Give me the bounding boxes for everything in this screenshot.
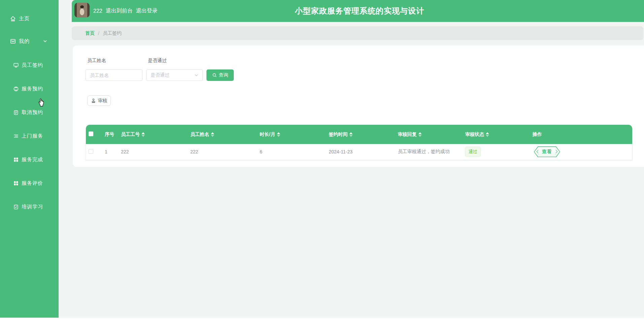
sidebar-item-service-review[interactable]: 服务评价 [0,178,59,188]
status-badge: 通过 [465,147,481,157]
sidebar-item-service-done[interactable]: 服务完成 [0,154,59,165]
column-header-emp-id[interactable]: 员工工号 [118,125,187,144]
page-title: 小型家政服务管理系统的实现与设计 [295,0,424,22]
cell-emp-id: 222 [118,144,187,160]
breadcrumb-separator: / [98,31,99,36]
sort-carets-icon[interactable] [349,132,353,137]
column-header-reply[interactable]: 审核回复 [394,125,462,144]
sort-carets-icon[interactable] [277,132,280,137]
bottom-scrollbar-track[interactable] [0,318,644,319]
sidebar-item-label: 我的 [19,38,30,45]
top-header-bar: 222 退出到前台 退出登录 小型家政服务管理系统的实现与设计 [72,0,644,22]
cell-sign-date: 2024-11-23 [325,144,394,160]
pass-label: 是否通过 [148,58,167,64]
sidebar-item-label: 服务评价 [22,180,43,186]
sidebar-item-label: 上门服务 [22,133,43,139]
table-row: 1 222 222 6 2024-11-23 员工审核通过，签约成功 通过 查看 [86,144,633,160]
sidebar-item-label: 服务完成 [22,156,43,163]
card-icon [9,38,16,45]
column-header-status[interactable]: 审核状态 [462,125,529,144]
sidebar-item-training[interactable]: 培训学习 [0,202,59,212]
user-actions: 222 退出到前台 退出登录 [93,0,158,22]
grid-icon [13,180,19,186]
sidebar-item-door-service[interactable]: 上门服务 [0,131,59,141]
chevron-down-icon[interactable] [43,39,47,43]
sidebar-item-label: 员工签约 [22,62,43,68]
cell-duration: 6 [256,144,325,160]
sidebar-item-cancel-booking[interactable]: 取消预约 [0,107,59,117]
search-icon [212,73,217,78]
column-header-actions: 操作 [529,125,633,144]
home-icon [9,16,16,22]
data-table: 序号 员工工号 员工姓名 时长/月 签约时间 [86,125,633,161]
content-card: 员工姓名 是否通过 是否通过 查询 审核 [73,46,644,167]
pass-select[interactable]: 是否通过 [146,69,203,81]
select-all-checkbox[interactable] [89,132,93,136]
clipboard-icon [13,110,19,115]
chevron-down-icon [194,73,198,77]
grid-icon [13,157,19,163]
search-button-label: 查询 [219,72,228,78]
username[interactable]: 222 [93,8,102,14]
view-button[interactable]: 查看 [534,146,560,157]
column-header-duration[interactable]: 时长/月 [256,125,325,144]
pass-select-placeholder: 是否通过 [151,72,169,78]
column-header-emp-name[interactable]: 员工姓名 [187,125,256,144]
cell-reply: 员工审核通过，签约成功 [394,144,462,160]
cell-seq: 1 [101,144,118,160]
row-checkbox[interactable] [89,149,93,154]
breadcrumb-home-link[interactable]: 首页 [85,30,95,36]
clipboard-check-icon [13,204,19,210]
stamp-icon [91,98,96,103]
logout-link[interactable]: 退出登录 [136,7,158,14]
audit-button-label: 审核 [98,98,107,104]
sidebar-item-home[interactable]: 主页 [0,13,59,24]
sort-carets-icon[interactable] [141,132,145,137]
back-to-front-link[interactable]: 退出到前台 [106,7,133,14]
sidebar-item-service-booking[interactable]: 服务预约 [0,84,59,94]
list-icon [13,133,19,139]
sidebar-item-label: 取消预约 [22,109,43,116]
employee-name-label: 员工姓名 [87,58,106,64]
sidebar-item-label: 培训学习 [22,204,43,210]
avatar[interactable] [74,3,90,18]
audit-button[interactable]: 审核 [87,95,111,106]
sidebar-item-label: 服务预约 [22,86,43,92]
sidebar-item-mine[interactable]: 我的 [0,36,59,46]
column-header-sign-date[interactable]: 签约时间 [325,125,394,144]
sidebar-item-employee-signing[interactable]: 员工签约 [0,60,59,70]
sort-carets-icon[interactable] [486,132,489,137]
column-header-seq: 序号 [101,125,118,144]
table-header-row: 序号 员工工号 员工姓名 时长/月 签约时间 [86,125,633,144]
search-button[interactable]: 查询 [206,69,234,81]
monitor-icon [13,62,19,68]
sort-carets-icon[interactable] [211,132,214,137]
sort-carets-icon[interactable] [418,132,422,137]
employee-name-input[interactable] [86,69,142,81]
breadcrumb: 首页 / 员工签约 [72,26,643,40]
sidebar-item-label: 主页 [19,16,30,22]
printer-icon [13,86,19,92]
sidebar: 主页 我的 员工签约 服务预约 取消预约 上门服务 [0,0,59,318]
breadcrumb-current: 员工签约 [103,30,122,36]
cell-emp-name: 222 [187,144,256,160]
